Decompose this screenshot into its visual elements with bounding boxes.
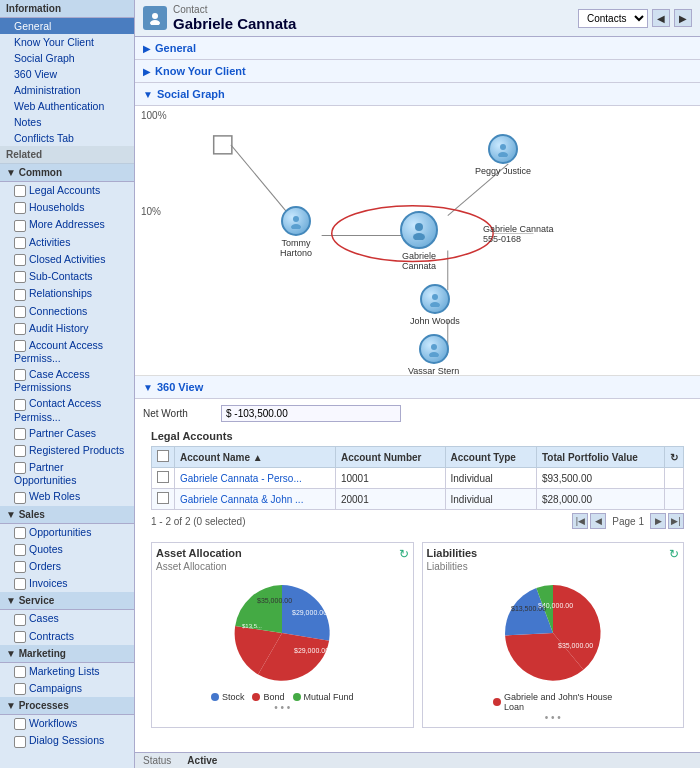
legend-label-mutual-fund: Mutual Fund bbox=[304, 692, 354, 702]
section-header-kyc[interactable]: ▶ Know Your Client bbox=[135, 60, 700, 83]
sidebar-item-workflows[interactable]: Workflows bbox=[0, 715, 134, 732]
sidebar-item-sub-contacts[interactable]: Sub-Contacts bbox=[0, 268, 134, 285]
section-header-social-graph[interactable]: ▼ Social Graph bbox=[135, 83, 700, 106]
next-page-button[interactable]: ▶ bbox=[650, 513, 666, 529]
legend-dot-stock bbox=[211, 693, 219, 701]
sidebar-item-web-roles[interactable]: Web Roles bbox=[0, 488, 134, 505]
row2-account-name[interactable]: Gabriele Cannata & John ... bbox=[175, 489, 336, 510]
status-label: Status bbox=[143, 755, 171, 766]
asset-allocation-chart: ↻ Asset Allocation Asset Allocation bbox=[151, 542, 414, 728]
sidebar-item-conflicts[interactable]: Conflicts Tab bbox=[0, 130, 134, 146]
contacts-dropdown[interactable]: Contacts bbox=[578, 9, 648, 28]
contact-label: Contact bbox=[173, 4, 296, 15]
liabilities-legend: Gabriele and John's HouseLoan bbox=[427, 692, 680, 712]
first-page-button[interactable]: |◀ bbox=[572, 513, 588, 529]
sidebar-item-contracts[interactable]: Contracts bbox=[0, 628, 134, 645]
table-footer-nav: |◀ ◀ Page 1 ▶ ▶| bbox=[572, 513, 684, 529]
section-header-general[interactable]: ▶ General bbox=[135, 37, 700, 60]
col-header-checkbox bbox=[152, 447, 175, 468]
svg-point-1 bbox=[150, 20, 160, 25]
legend-house-loan: Gabriele and John's HouseLoan bbox=[493, 692, 612, 712]
row2-account-number: 20001 bbox=[335, 489, 445, 510]
svg-text:$29,000.00: $29,000.00 bbox=[294, 647, 329, 654]
sidebar-section-information: Information bbox=[0, 0, 134, 18]
legend-dot-bond bbox=[252, 693, 260, 701]
legal-accounts-title: Legal Accounts bbox=[151, 430, 684, 442]
asset-allocation-refresh[interactable]: ↻ bbox=[399, 547, 409, 561]
sidebar-item-notes[interactable]: Notes bbox=[0, 114, 134, 130]
sidebar-item-dialog-sessions[interactable]: Dialog Sessions bbox=[0, 732, 134, 749]
sidebar-item-partner-cases[interactable]: Partner Cases bbox=[0, 425, 134, 442]
sidebar-item-more-addresses[interactable]: More Addresses bbox=[0, 216, 134, 233]
sg-node-label-john: John Woods bbox=[410, 316, 460, 326]
sidebar-item-audit-history[interactable]: Audit History bbox=[0, 320, 134, 337]
header-back-button[interactable]: ◀ bbox=[652, 9, 670, 27]
sidebar-item-web-auth[interactable]: Web Authentication bbox=[0, 98, 134, 114]
header-forward-button[interactable]: ▶ bbox=[674, 9, 692, 27]
asset-allocation-chart-area: $29,000.00 $29,000.00 $13,5... $35,000.0… bbox=[156, 578, 409, 688]
sidebar-item-account-access[interactable]: Account Access Permiss... bbox=[0, 337, 134, 366]
sidebar-item-marketing-lists[interactable]: Marketing Lists bbox=[0, 663, 134, 680]
last-page-button[interactable]: ▶| bbox=[668, 513, 684, 529]
status-value: Active bbox=[187, 755, 217, 766]
sg-node-peggy[interactable]: Peggy Justice bbox=[475, 134, 531, 176]
legend-label-bond: Bond bbox=[263, 692, 284, 702]
sg-node-label-gabriele: GabrieleCannata bbox=[402, 251, 436, 271]
sidebar-item-relationships[interactable]: Relationships bbox=[0, 285, 134, 302]
table-footer-count: 1 - 2 of 2 (0 selected) bbox=[151, 516, 246, 527]
svg-text:$29,000.00: $29,000.00 bbox=[292, 609, 327, 616]
sidebar-item-case-access[interactable]: Case Access Permissions bbox=[0, 366, 134, 395]
sidebar-item-activities[interactable]: Activities bbox=[0, 234, 134, 251]
row2-checkbox[interactable] bbox=[152, 489, 175, 510]
sidebar-item-legal-accounts[interactable]: Legal Accounts bbox=[0, 182, 134, 199]
sidebar-item-partner-opps[interactable]: Partner Opportunities bbox=[0, 459, 134, 488]
row2-account-type: Individual bbox=[445, 489, 536, 510]
col-header-account-name[interactable]: Account Name ▲ bbox=[175, 447, 336, 468]
sidebar-item-registered-products[interactable]: Registered Products bbox=[0, 442, 134, 459]
sidebar-item-closed-activities[interactable]: Closed Activities bbox=[0, 251, 134, 268]
section-header-360[interactable]: ▼ 360 View bbox=[135, 376, 700, 399]
liabilities-refresh[interactable]: ↻ bbox=[669, 547, 679, 561]
row1-account-name[interactable]: Gabriele Cannata - Perso... bbox=[175, 468, 336, 489]
col-header-portfolio-value[interactable]: Total Portfolio Value bbox=[536, 447, 664, 468]
svg-point-12 bbox=[415, 223, 423, 231]
col-header-refresh[interactable]: ↻ bbox=[665, 447, 684, 468]
sidebar-section-sales: ▼ Sales bbox=[0, 506, 134, 524]
net-worth-input[interactable] bbox=[221, 405, 401, 422]
sidebar-item-360[interactable]: 360 View bbox=[0, 66, 134, 82]
prev-page-button[interactable]: ◀ bbox=[590, 513, 606, 529]
sidebar-item-general[interactable]: General bbox=[0, 18, 134, 34]
sidebar-section-processes: ▼ Processes bbox=[0, 697, 134, 715]
col-header-account-type[interactable]: Account Type bbox=[445, 447, 536, 468]
legal-accounts-table: Account Name ▲ Account Number Account Ty… bbox=[151, 446, 684, 510]
main-panel: Contact Gabriele Cannata Contacts ◀ ▶ ▶ … bbox=[135, 0, 700, 768]
sidebar-item-quotes[interactable]: Quotes bbox=[0, 541, 134, 558]
net-worth-label: Net Worth bbox=[143, 408, 213, 419]
svg-point-19 bbox=[429, 352, 439, 357]
sidebar-item-cases[interactable]: Cases bbox=[0, 610, 134, 627]
asset-allocation-svg: $29,000.00 $29,000.00 $13,5... $35,000.0… bbox=[217, 578, 347, 688]
row1-checkbox[interactable] bbox=[152, 468, 175, 489]
sidebar-item-connections[interactable]: Connections bbox=[0, 303, 134, 320]
sg-node-vassar[interactable]: Vassar Stern bbox=[408, 334, 459, 376]
header-text: Contact Gabriele Cannata bbox=[173, 4, 296, 32]
sidebar-item-contact-access[interactable]: Contact Access Permiss... bbox=[0, 395, 134, 424]
sg-node-tommy[interactable]: TommyHartono bbox=[280, 206, 312, 258]
sg-node-john[interactable]: John Woods bbox=[410, 284, 460, 326]
sidebar-item-opportunities[interactable]: Opportunities bbox=[0, 524, 134, 541]
sidebar-item-kyc[interactable]: Know Your Client bbox=[0, 34, 134, 50]
sidebar-item-admin[interactable]: Administration bbox=[0, 82, 134, 98]
sidebar-item-invoices[interactable]: Invoices bbox=[0, 575, 134, 592]
liabilities-chart: ↻ Liabilities Liabilities bbox=[422, 542, 685, 728]
sg-node-gabriele[interactable]: GabrieleCannata bbox=[400, 211, 438, 271]
sidebar-item-campaigns[interactable]: Campaigns bbox=[0, 680, 134, 697]
row1-account-number: 10001 bbox=[335, 468, 445, 489]
page-header: Contact Gabriele Cannata Contacts ◀ ▶ bbox=[135, 0, 700, 37]
sidebar-item-households[interactable]: Households bbox=[0, 199, 134, 216]
section-title-360: 360 View bbox=[157, 381, 203, 393]
sidebar-item-social-graph[interactable]: Social Graph bbox=[0, 50, 134, 66]
sidebar-item-orders[interactable]: Orders bbox=[0, 558, 134, 575]
row1-extra bbox=[665, 468, 684, 489]
col-header-account-number[interactable]: Account Number bbox=[335, 447, 445, 468]
table-row: Gabriele Cannata - Perso... 10001 Indivi… bbox=[152, 468, 684, 489]
